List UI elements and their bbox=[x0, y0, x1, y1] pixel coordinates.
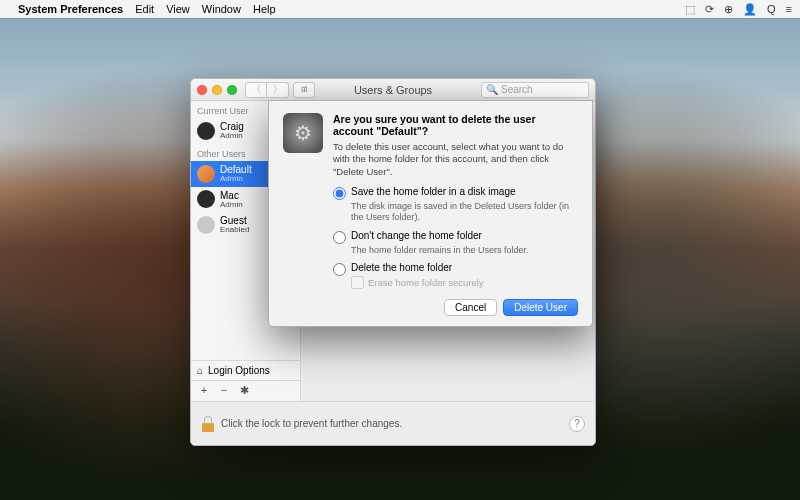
show-all-button[interactable]: ⊞ bbox=[293, 82, 315, 98]
search-input[interactable]: 🔍 Search bbox=[481, 82, 589, 98]
minimize-window-button[interactable] bbox=[212, 85, 222, 95]
avatar bbox=[197, 165, 215, 183]
erase-checkbox bbox=[351, 276, 364, 289]
help-button[interactable]: ? bbox=[569, 416, 585, 432]
cancel-button[interactable]: Cancel bbox=[444, 299, 497, 316]
user-icon[interactable]: 👤 bbox=[743, 3, 757, 16]
wifi-icon[interactable]: ⊕ bbox=[724, 3, 733, 16]
radio-dontchange[interactable] bbox=[333, 231, 346, 244]
radio-delete[interactable] bbox=[333, 263, 346, 276]
delete-user-button[interactable]: Delete User bbox=[503, 299, 578, 316]
lock-icon[interactable] bbox=[201, 416, 215, 432]
menu-view[interactable]: View bbox=[166, 3, 190, 15]
delete-user-sheet: ⚙ Are you sure you want to delete the us… bbox=[268, 100, 593, 327]
erase-label: Erase home folder securely bbox=[368, 277, 484, 288]
forward-button[interactable]: 〉 bbox=[267, 82, 289, 98]
notification-icon[interactable]: ≡ bbox=[786, 3, 792, 15]
titlebar: 〈 〉 ⊞ Users & Groups 🔍 Search bbox=[191, 79, 595, 101]
house-icon: ⌂ bbox=[197, 365, 203, 376]
avatar bbox=[197, 216, 215, 234]
close-window-button[interactable] bbox=[197, 85, 207, 95]
back-button[interactable]: 〈 bbox=[245, 82, 267, 98]
option-dont-change[interactable]: Don't change the home folder bbox=[333, 230, 578, 244]
avatar bbox=[197, 190, 215, 208]
option-delete-folder[interactable]: Delete the home folder bbox=[333, 262, 578, 276]
option-save-disk-image[interactable]: Save the home folder in a disk image bbox=[333, 186, 578, 200]
avatar bbox=[197, 122, 215, 140]
menu-window[interactable]: Window bbox=[202, 3, 241, 15]
sheet-title: Are you sure you want to delete the user… bbox=[333, 113, 578, 137]
option2-desc: The home folder remains in the Users fol… bbox=[351, 245, 578, 256]
app-name[interactable]: System Preferences bbox=[18, 3, 123, 15]
lock-text: Click the lock to prevent further change… bbox=[221, 418, 402, 429]
sheet-subtitle: To delete this user account, select what… bbox=[333, 141, 578, 178]
action-menu-button[interactable]: ✱ bbox=[235, 383, 253, 397]
lock-row: Click the lock to prevent further change… bbox=[191, 401, 595, 445]
sync-icon[interactable]: ⟳ bbox=[705, 3, 714, 16]
spotlight-icon[interactable]: Q bbox=[767, 3, 776, 15]
dropbox-icon[interactable]: ⬚ bbox=[685, 3, 695, 16]
gear-icon: ⚙ bbox=[283, 113, 323, 153]
login-options[interactable]: ⌂ Login Options bbox=[191, 361, 301, 381]
zoom-window-button[interactable] bbox=[227, 85, 237, 95]
menu-edit[interactable]: Edit bbox=[135, 3, 154, 15]
menu-help[interactable]: Help bbox=[253, 3, 276, 15]
option1-desc: The disk image is saved in the Deleted U… bbox=[351, 201, 578, 224]
menubar: System Preferences Edit View Window Help… bbox=[0, 0, 800, 18]
radio-save[interactable] bbox=[333, 187, 346, 200]
add-user-button[interactable]: + bbox=[195, 383, 213, 397]
remove-user-button[interactable]: − bbox=[215, 383, 233, 397]
